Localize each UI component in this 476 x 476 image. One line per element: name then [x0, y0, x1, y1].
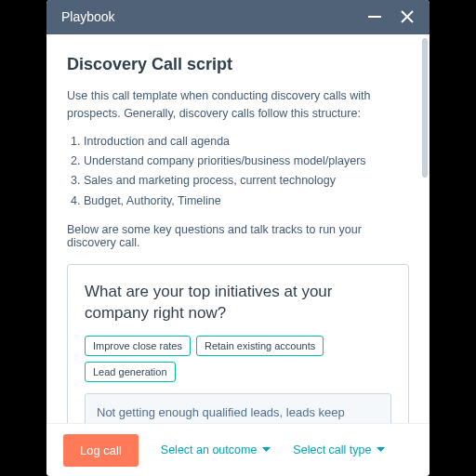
answer-chip[interactable]: Lead generation — [85, 362, 176, 382]
notes-input[interactable] — [85, 393, 391, 423]
list-item: Understand company priorities/business m… — [84, 152, 409, 170]
close-icon[interactable] — [400, 9, 415, 24]
chevron-down-icon — [377, 447, 385, 453]
panel-footer: Log call Select an outcome Select call t… — [46, 423, 430, 476]
log-call-button[interactable]: Log call — [63, 434, 139, 467]
outcome-dropdown[interactable]: Select an outcome — [161, 443, 271, 456]
minimize-icon[interactable] — [366, 8, 383, 25]
list-item: Budget, Authority, Timeline — [84, 192, 409, 210]
structure-steps: Introduction and call agenda Understand … — [67, 133, 409, 211]
list-item: Sales and marketing process, current tec… — [84, 172, 409, 190]
scrollbar-thumb[interactable] — [422, 38, 428, 178]
playbook-content: Discovery Call script Use this call temp… — [46, 34, 430, 423]
page-title: Discovery Call script — [67, 55, 409, 74]
call-type-label: Select call type — [293, 443, 371, 456]
playbook-panel: Playbook Discovery Call script Use this … — [46, 0, 430, 476]
lead-out-text: Below are some key questions and talk tr… — [67, 223, 409, 249]
answer-chip[interactable]: Improve close rates — [85, 336, 191, 356]
question-text: What are your top initiatives at your co… — [85, 282, 391, 324]
answer-chips: Improve close rates Retain existing acco… — [85, 336, 391, 382]
chevron-down-icon — [262, 447, 271, 453]
list-item: Introduction and call agenda — [84, 133, 409, 151]
panel-header: Playbook — [46, 0, 430, 34]
outcome-label: Select an outcome — [161, 443, 258, 456]
scroll-area[interactable]: Discovery Call script Use this call temp… — [46, 34, 430, 423]
scrollbar-track[interactable] — [422, 38, 428, 419]
window-controls — [366, 8, 415, 25]
answer-chip[interactable]: Retain existing accounts — [196, 336, 324, 356]
intro-text: Use this call template when conducting d… — [67, 87, 409, 124]
call-type-dropdown[interactable]: Select call type — [293, 443, 385, 456]
question-card: What are your top initiatives at your co… — [67, 264, 409, 423]
panel-title: Playbook — [61, 9, 115, 24]
